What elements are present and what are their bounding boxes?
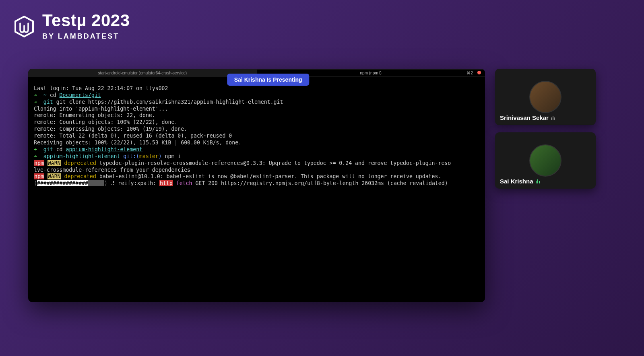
prompt-arrow-icon: ➜ (34, 92, 37, 98)
audio-indicator-icon (551, 116, 555, 120)
prompt-arrow-icon: ➜ (34, 99, 37, 105)
header: Testµ 2023 BY LAMBDATEST (0, 0, 644, 41)
participant-name: Sai Krishna (500, 178, 533, 185)
tab-shortcut: ⌘2 (466, 71, 473, 75)
avatar (529, 144, 561, 177)
avatar (529, 81, 561, 113)
warn-badge: WARN (47, 160, 61, 166)
npm-badge: npm (34, 173, 44, 179)
last-login-line: Last login: Tue Aug 22 22:14:07 on ttys0… (34, 85, 168, 91)
terminal-output: Last login: Tue Aug 22 22:14:07 on ttys0… (28, 77, 485, 195)
close-icon[interactable] (477, 71, 481, 74)
terminal-tab-1[interactable]: start-android-emulator (emulator64-crash… (28, 70, 257, 76)
brand-title: Testµ 2023 (42, 12, 130, 29)
testmu-logo-icon (12, 14, 36, 39)
audio-indicator-icon (536, 179, 540, 183)
participant-tile-2[interactable]: Sai Krishna (495, 132, 596, 189)
participant-sidebar: Srinivasan Sekar Sai Krishna (495, 69, 596, 302)
brand-subtitle: BY LAMBDATEST (42, 32, 130, 41)
prompt-arrow-icon: ➜ (34, 153, 37, 159)
participant-tile-1[interactable]: Srinivasan Sekar (495, 69, 596, 125)
presenter-badge: Sai Krishna Is Presenting (227, 74, 310, 86)
http-badge: http (159, 180, 173, 186)
shared-screen-terminal[interactable]: Sai Krishna Is Presenting start-android-… (28, 69, 485, 302)
npm-badge: npm (34, 160, 44, 166)
prompt-arrow-icon: ➜ (34, 146, 37, 152)
warn-badge: WARN (47, 173, 61, 179)
participant-name: Srinivasan Sekar (500, 114, 549, 121)
progress-bar: ################ (37, 180, 88, 186)
